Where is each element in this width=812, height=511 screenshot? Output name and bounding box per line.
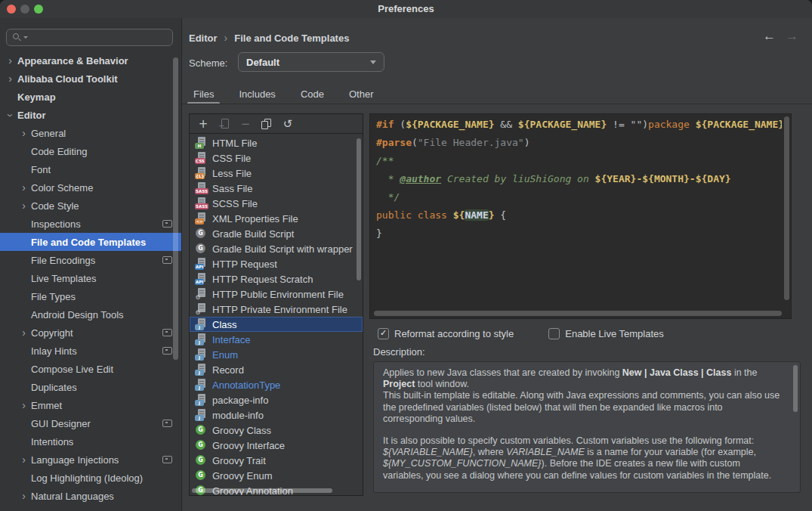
titlebar: Preferences [0, 0, 812, 18]
sidebar-item-label: Keymap [17, 91, 56, 103]
template-row-gradle-build-script-with-wrapper[interactable]: G Gradle Build Script with wrapper [190, 241, 363, 256]
chevron-right-icon: › [20, 129, 28, 138]
groovy-file-icon: G [195, 469, 207, 482]
copy-template-button[interactable] [261, 118, 273, 130]
template-row-gradle-build-script[interactable]: G Gradle Build Script [190, 226, 363, 241]
template-row-groovy-class[interactable]: G Groovy Class [190, 423, 363, 438]
template-row-less-file[interactable]: {L} Less File [190, 166, 363, 181]
java-file-icon: J [195, 409, 207, 421]
sidebar-item-file-encodings[interactable]: › File Encodings [0, 251, 181, 269]
sidebar-item-file-types[interactable]: › File Types [0, 287, 181, 305]
sidebar-item-gui-designer[interactable]: › GUI Designer [0, 414, 181, 432]
remove-template-button[interactable]: − [239, 118, 252, 130]
sidebar-item-android-design-tools[interactable]: › Android Design Tools [0, 305, 181, 324]
template-name: Groovy Trait [212, 455, 266, 466]
enable-live-templates-checkbox[interactable]: Enable Live Templates [548, 327, 664, 340]
tab-code[interactable]: Code [298, 85, 327, 103]
template-row-module-info[interactable]: J module-info [190, 407, 363, 423]
template-name: Record [212, 364, 244, 376]
settings-search-input[interactable] [6, 29, 173, 46]
forward-arrow-icon: → [786, 29, 798, 44]
breadcrumb-editor[interactable]: Editor [189, 33, 218, 44]
sidebar-item-copyright[interactable]: › Copyright [0, 324, 181, 342]
add-template-button[interactable]: + [197, 118, 209, 130]
template-row-sass-file[interactable]: SASS Sass File [190, 181, 363, 196]
checkbox-icon[interactable] [378, 328, 389, 339]
template-row-annotationtype[interactable]: J AnnotationType [190, 377, 363, 392]
sidebar-item-log-highlighting-ideolog[interactable]: › Log Highlighting (Ideolog) [0, 469, 181, 487]
code-area[interactable]: #if (${PACKAGE_NAME} && ${PACKAGE_NAME} … [376, 116, 782, 308]
reset-template-button[interactable]: ↺ [282, 118, 294, 130]
sidebar-item-file-and-code-templates[interactable]: › File and Code Templates [0, 233, 181, 251]
sidebar-item-general[interactable]: › General [0, 124, 181, 142]
template-row-html-file[interactable]: H HTML File [190, 135, 363, 150]
create-from-template-button[interactable] [218, 118, 230, 130]
sidebar-item-color-scheme[interactable]: › Color Scheme [0, 178, 181, 197]
template-row-http-request-scratch[interactable]: API HTTP Request Scratch [190, 271, 363, 286]
tab-includes[interactable]: Includes [236, 85, 278, 103]
template-row-http-request[interactable]: API HTTP Request [190, 256, 363, 271]
code-line[interactable]: } [376, 225, 782, 243]
code-line[interactable]: * @author Created by liuShiGong on ${YEA… [376, 170, 782, 188]
template-row-http-public-environment-file[interactable]: ⚙ HTTP Public Environment File [190, 286, 363, 302]
sidebar-item-duplicates[interactable]: › Duplicates [0, 378, 181, 396]
sidebar-item-inspections[interactable]: › Inspections [0, 215, 181, 233]
description-scrollbar[interactable] [793, 365, 798, 412]
sidebar-item-code-editing[interactable]: › Code Editing [0, 142, 181, 160]
editor-hscrollbar[interactable] [374, 311, 782, 316]
template-row-groovy-enum[interactable]: G Groovy Enum [190, 468, 363, 483]
template-row-package-info[interactable]: J package-info [190, 392, 363, 407]
tab-other[interactable]: Other [346, 85, 377, 103]
sidebar-item-intentions[interactable]: › Intentions [0, 432, 181, 451]
sidebar-item-compose-live-edit[interactable]: › Compose Live Edit [0, 360, 181, 378]
editor-vscrollbar[interactable] [784, 116, 789, 300]
code-line[interactable]: /** [376, 152, 782, 170]
template-name: Interface [212, 334, 251, 345]
reformat-according-to-style-checkbox[interactable]: Reformat according to style [378, 327, 514, 340]
sidebar-item-emmet[interactable]: › Emmet [0, 396, 181, 414]
template-name: HTTP Request [212, 259, 277, 270]
tab-files[interactable]: Files [190, 85, 217, 103]
sidebar-item-natural-languages[interactable]: › Natural Languages [0, 487, 181, 505]
tabbar-divider [182, 104, 812, 104]
checkbox-icon[interactable] [548, 328, 560, 339]
code-line[interactable]: */ [376, 188, 782, 206]
gradle-file-icon: G [195, 228, 207, 240]
template-list-vscrollbar[interactable] [357, 138, 361, 280]
code-line[interactable]: #if (${PACKAGE_NAME} && ${PACKAGE_NAME} … [376, 116, 782, 134]
chevron-right-icon: › [6, 75, 14, 83]
sidebar-item-appearance-behavior[interactable]: › Appearance & Behavior [0, 51, 181, 70]
sidebar-item-live-templates[interactable]: › Live Templates [0, 269, 181, 287]
template-row-interface[interactable]: J Interface [190, 332, 363, 347]
tab-label: Other [349, 88, 374, 100]
sidebar-item-language-injections[interactable]: › Language Injections [0, 451, 181, 469]
project-override-icon [162, 220, 172, 228]
sidebar-item-keymap[interactable]: › Keymap [0, 88, 181, 106]
template-code-editor[interactable]: #if (${PACKAGE_NAME} && ${PACKAGE_NAME} … [369, 113, 792, 319]
template-name: Enum [212, 349, 238, 361]
code-line[interactable]: #parse("File Header.java") [376, 134, 782, 152]
sidebar-item-editor[interactable]: › Editor [0, 106, 181, 124]
template-row-xml-properties-file[interactable]: <> XML Properties File [190, 211, 363, 226]
sidebar-item-inlay-hints[interactable]: › Inlay Hints [0, 342, 181, 360]
sidebar-item-font[interactable]: › Font [0, 160, 181, 178]
template-row-class[interactable]: J Class [190, 317, 363, 332]
sidebar-item-alibaba-cloud-toolkit[interactable]: › Alibaba Cloud Toolkit [0, 70, 181, 88]
template-row-scss-file[interactable]: SASS SCSS File [190, 196, 363, 211]
scheme-select[interactable]: Default [238, 52, 384, 72]
sidebar-item-label: Live Templates [31, 273, 96, 284]
template-row-http-private-environment-file[interactable]: ⚙ HTTP Private Environment File [190, 302, 363, 317]
chevron-right-icon: › [20, 202, 28, 210]
template-row-enum[interactable]: J Enum [190, 347, 363, 362]
template-row-groovy-interface[interactable]: G Groovy Interface [190, 438, 363, 453]
code-line[interactable]: public class ${NAME} { [376, 206, 782, 225]
template-row-record[interactable]: J Record [190, 362, 363, 377]
http-file-icon: API [195, 258, 207, 270]
sidebar-item-code-style[interactable]: › Code Style [0, 197, 181, 215]
sidebar-scrollbar[interactable] [173, 57, 178, 360]
template-list-hscrollbar[interactable] [192, 488, 332, 493]
back-arrow-icon[interactable]: ← [763, 29, 776, 44]
template-row-groovy-trait[interactable]: G Groovy Trait [190, 453, 363, 468]
description-label: Description: [373, 346, 425, 358]
template-row-css-file[interactable]: CSS CSS File [190, 150, 363, 166]
